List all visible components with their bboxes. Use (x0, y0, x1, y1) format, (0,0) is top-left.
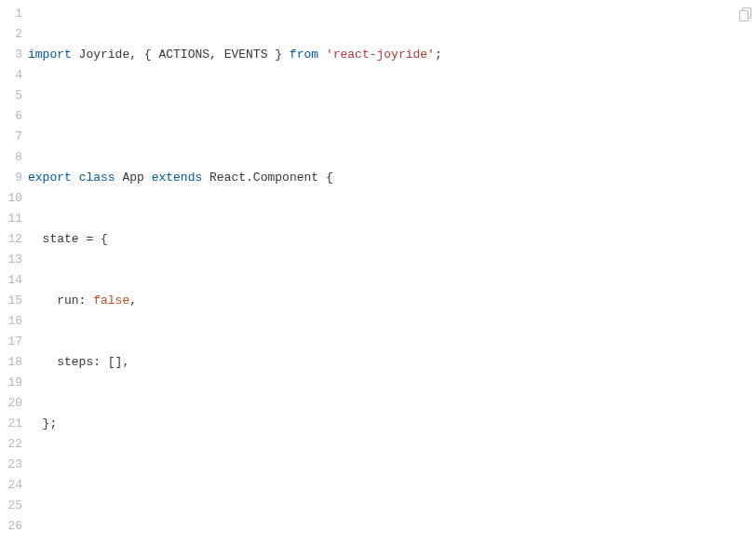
copy-icon[interactable] (739, 7, 752, 22)
code-token: from (290, 48, 318, 62)
line-number: 13 (0, 250, 22, 270)
line-number: 23 (0, 455, 22, 475)
code-token: ; (435, 48, 442, 62)
line-number: 16 (0, 311, 22, 332)
line-number: 4 (0, 65, 22, 86)
code-token: }; (28, 417, 57, 430)
code-token: false (93, 294, 129, 308)
code-block: 1234567891011121314151617181920212223242… (0, 0, 756, 533)
code-content[interactable]: import Joyride, { ACTIONS, EVENTS } from… (28, 4, 756, 533)
line-number: 24 (0, 475, 22, 496)
code-token: , (129, 294, 137, 308)
code-token: 'react-joyride' (326, 48, 435, 62)
code-token: class (79, 171, 115, 184)
line-number: 26 (0, 516, 22, 533)
code-token: state = { (28, 232, 108, 246)
code-token (318, 48, 326, 62)
code-token: extends (152, 171, 203, 184)
line-number: 1 (0, 4, 22, 24)
line-number: 20 (0, 393, 22, 414)
line-number: 5 (0, 86, 22, 106)
line-number: 22 (0, 434, 22, 455)
line-number: 14 (0, 270, 22, 291)
code-token: React.Component { (202, 171, 332, 184)
line-number: 18 (0, 352, 22, 373)
line-number: 6 (0, 106, 22, 127)
line-number: 15 (0, 291, 22, 311)
code-token: import (28, 48, 72, 62)
line-number: 2 (0, 24, 22, 45)
line-number: 8 (0, 147, 22, 168)
line-number: 21 (0, 414, 22, 434)
line-number: 10 (0, 188, 22, 209)
line-number: 12 (0, 229, 22, 250)
code-token: export (28, 171, 72, 184)
line-number-gutter: 1234567891011121314151617181920212223242… (0, 4, 28, 533)
line-number: 25 (0, 496, 22, 516)
line-number: 3 (0, 45, 22, 65)
code-token: run: (28, 294, 93, 308)
line-number: 7 (0, 127, 22, 147)
line-number: 17 (0, 332, 22, 352)
code-token: steps: [], (28, 355, 129, 369)
code-token: App (115, 171, 152, 184)
code-token (72, 171, 79, 184)
line-number: 11 (0, 209, 22, 229)
svg-rect-1 (740, 11, 749, 21)
line-number: 9 (0, 168, 22, 188)
line-number: 19 (0, 373, 22, 393)
code-token: Joyride, { ACTIONS, EVENTS } (72, 48, 290, 62)
